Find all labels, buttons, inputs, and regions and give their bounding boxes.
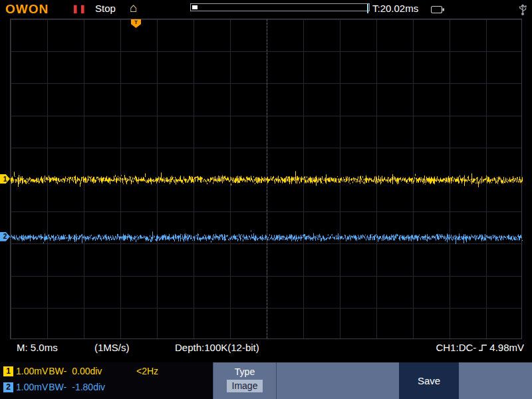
- trigger-source-readout: CH1:DC-: [436, 342, 476, 353]
- ch2-bandwidth: BW-: [49, 382, 66, 392]
- ch2-info-row: 2 1.00mV BW- -1.80div: [3, 382, 105, 392]
- separator: [367, 4, 368, 13]
- save-button[interactable]: Save: [399, 362, 459, 399]
- pause-icon: ❚❚: [72, 4, 86, 13]
- ch2-level-marker[interactable]: 2: [0, 232, 10, 241]
- menu-item-type[interactable]: Type Image: [213, 362, 277, 399]
- trigger-window-indicator: [192, 5, 198, 9]
- ch1-frequency: <2Hz: [136, 366, 158, 376]
- memory-depth-readout: Depth:100K(12-bit): [175, 342, 259, 353]
- trigger-time-readout: T:20.02ms: [372, 3, 418, 14]
- rising-edge-icon: [478, 342, 487, 352]
- ch1-info-row: 1 1.00mV BW- 0.00div <2Hz: [3, 366, 102, 376]
- trigger-level-readout: 4.98mV: [489, 342, 524, 353]
- ch2-scale: 1.00mV: [16, 382, 48, 392]
- trace-canvas: [11, 19, 523, 340]
- type-value: Image: [227, 380, 263, 392]
- ch2-badge: 2: [3, 382, 13, 392]
- usb-icon: [517, 2, 528, 19]
- ch1-level-marker[interactable]: 1: [0, 174, 10, 184]
- brand-logo: OWON: [5, 2, 49, 17]
- graticule: [10, 19, 522, 339]
- status-bar: M: 5.0ms (1MS/s) Depth:100K(12-bit) CH1:…: [0, 339, 532, 362]
- ch1-scale: 1.00mV: [16, 366, 48, 376]
- type-label: Type: [235, 366, 255, 377]
- top-bar: OWON ❚❚ Stop ⌂ T:20.02ms: [0, 0, 532, 19]
- channel-info-panel: 1 1.00mV BW- 0.00div <2Hz 2 1.00mV BW- -…: [0, 362, 213, 399]
- sample-rate-readout: (1MS/s): [94, 342, 130, 353]
- oscilloscope-screen: OWON ❚❚ Stop ⌂ T:20.02ms T 1: [0, 0, 532, 399]
- trigger-status-group: CH1:DC- 4.98mV: [436, 342, 524, 353]
- ch2-offset: -1.80div: [72, 382, 105, 392]
- ch1-badge: 1: [3, 366, 13, 376]
- ch1-bandwidth: BW-: [49, 366, 66, 376]
- run-state-label: Stop: [95, 3, 116, 14]
- bottom-menu-strip: 1 1.00mV BW- 0.00div <2Hz 2 1.00mV BW- -…: [0, 362, 532, 399]
- timebase-readout: M: 5.0ms: [17, 342, 58, 353]
- home-icon[interactable]: ⌂: [130, 1, 137, 15]
- ch1-offset: 0.00div: [72, 366, 102, 376]
- trigger-position-bar: [190, 3, 370, 11]
- battery-icon: [431, 5, 445, 17]
